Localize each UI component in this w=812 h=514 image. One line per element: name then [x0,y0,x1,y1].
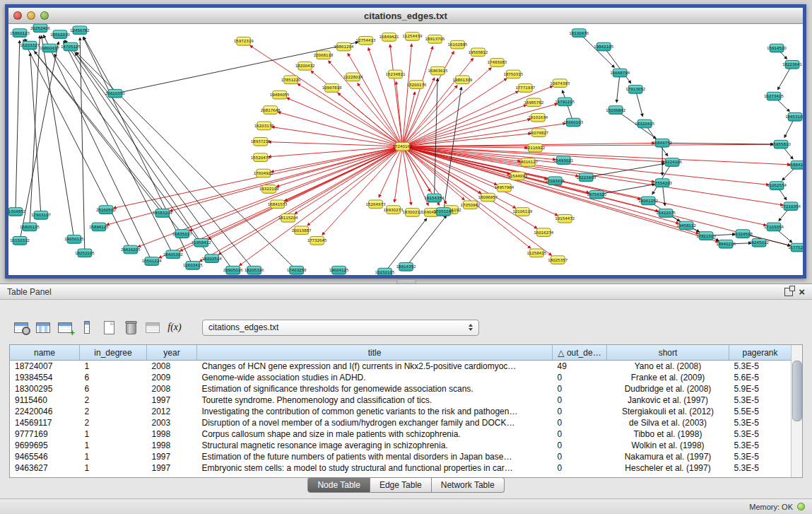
network-edge[interactable] [298,83,402,146]
network-node[interactable]: 17050942 [460,201,480,209]
network-node[interactable]: 16501224 [142,257,162,266]
table-row[interactable]: 1938455462009Genome-wide association stu… [10,372,792,383]
network-node[interactable]: 18300212 [403,209,423,217]
network-node[interactable]: 17554203 [652,179,672,187]
network-node[interactable]: 16150332 [10,237,30,245]
network-node[interactable]: 17604922 [254,169,273,177]
network-node[interactable]: 17103054 [764,223,784,231]
network-node[interactable]: 12116922 [525,144,545,152]
scrollbar-thumb[interactable] [792,361,802,421]
network-node[interactable]: 18937215 [251,137,271,146]
network-node[interactable]: 18405302 [163,250,183,259]
network-node[interactable]: 17240162 [393,142,413,151]
minimize-window-button[interactable] [27,11,35,20]
network-node[interactable]: 18660103 [563,118,583,127]
delete-table-button[interactable] [121,318,141,337]
create-column-button[interactable]: + [55,318,75,337]
network-edge[interactable] [434,78,437,198]
network-edge[interactable] [586,163,664,177]
network-edge[interactable] [406,216,446,267]
network-edge[interactable] [35,52,163,214]
network-edge[interactable] [25,39,182,234]
tab-edge-table[interactable]: Edge Table [370,477,432,493]
network-edge[interactable] [64,41,173,255]
network-edge[interactable] [403,146,411,205]
column-header-4[interactable]: △ out_de… [553,345,607,361]
network-node[interactable]: 11958412 [192,238,211,247]
network-edge[interactable] [604,47,631,83]
network-node[interactable]: 16835027 [172,230,192,238]
network-node[interactable]: 16232105 [375,268,395,275]
network-node[interactable]: 12456782 [70,26,90,35]
network-node[interactable]: 15493021 [553,156,573,165]
network-edge[interactable] [189,146,403,230]
network-node[interactable]: 16985762 [524,98,543,107]
table-row[interactable]: 977716911998Corpus callosum shape and si… [10,428,792,440]
network-node[interactable]: 19458112 [676,221,696,230]
network-edge[interactable] [83,37,115,93]
network-node[interactable]: 11544093 [507,172,527,180]
network-node[interactable]: 19861204 [334,42,354,51]
network-node[interactable]: 16162895 [447,40,467,49]
network-node[interactable]: 17821503 [696,232,716,240]
network-node[interactable]: 16849421 [379,33,399,42]
network-node[interactable]: 19860437 [40,44,59,52]
network-node[interactable]: 19101634 [528,113,548,122]
network-node[interactable]: 15914520 [767,44,787,52]
network-node[interactable]: 18750315 [503,70,523,78]
network-node[interactable]: 16775201 [788,243,803,252]
network-node[interactable]: 15805135 [20,223,40,231]
network-node[interactable]: 11304852 [8,208,25,216]
network-node[interactable]: 18096957 [478,193,498,201]
network-node[interactable]: 12754413 [356,37,376,45]
import-table-button[interactable] [143,318,163,337]
network-node[interactable]: 17913652 [625,86,645,94]
network-node[interactable]: 16963615 [428,66,448,75]
network-node[interactable]: 18025357 [548,256,567,264]
network-edge[interactable] [269,142,403,146]
network-node[interactable]: 15972319 [234,37,254,45]
network-node[interactable]: 15036842 [606,106,625,115]
column-header-3[interactable]: title [197,345,553,361]
network-node[interactable]: 16203178 [254,122,274,130]
network-node[interactable]: 16791215 [555,98,575,106]
network-node[interactable]: 18562030 [50,30,70,39]
network-edge[interactable] [596,185,654,195]
table-row[interactable]: 2242004622012Investigating the contribut… [10,406,792,417]
network-node[interactable]: 16074827 [529,129,548,137]
network-node[interactable]: 16422075 [656,209,676,218]
new-table-button[interactable] [99,318,119,337]
network-edge[interactable] [403,52,454,146]
zoom-window-button[interactable] [40,11,49,20]
network-node[interactable]: 18914352 [396,262,416,271]
network-node[interactable]: 16884235 [788,161,803,170]
network-node[interactable]: 17851220 [281,76,301,84]
network-edge[interactable] [54,54,212,259]
table-row[interactable]: 969969511998Structural magnetic resonanc… [10,440,792,451]
network-node[interactable]: 16203327 [20,41,40,49]
network-node[interactable]: 19050135 [64,235,84,244]
network-node[interactable]: 14016127 [518,158,538,167]
column-header-2[interactable]: year [147,345,197,361]
table-row[interactable]: 946554611997Estimation of the future num… [10,451,792,462]
tab-network-table[interactable]: Network Table [432,477,505,493]
network-canvas[interactable]: 1724016218200432178512201948405520817648… [8,24,803,275]
network-edge[interactable] [403,146,579,176]
network-node[interactable]: 20013887 [292,226,312,235]
network-edge[interactable] [403,146,699,233]
network-node[interactable]: 18205316 [245,266,264,274]
network-edge[interactable] [276,146,402,187]
network-node[interactable]: 18115204 [278,214,298,222]
network-node[interactable]: 19322108 [259,185,279,194]
table-scrollbar[interactable] [791,345,802,477]
network-node[interactable]: 16648794 [610,69,630,77]
network-node[interactable]: 17732645 [307,237,327,245]
network-edge[interactable] [403,86,553,146]
network-node[interactable]: 19604125 [329,266,349,274]
function-builder-button[interactable]: f(x) [165,318,184,337]
network-node[interactable]: 25160500 [96,206,116,214]
network-node[interactable]: 18320415 [635,119,654,128]
network-edge[interactable] [403,146,558,216]
table-row[interactable]: 1456911722003Disruption of a novel membe… [10,417,792,428]
network-node[interactable]: 17483083 [487,59,507,67]
